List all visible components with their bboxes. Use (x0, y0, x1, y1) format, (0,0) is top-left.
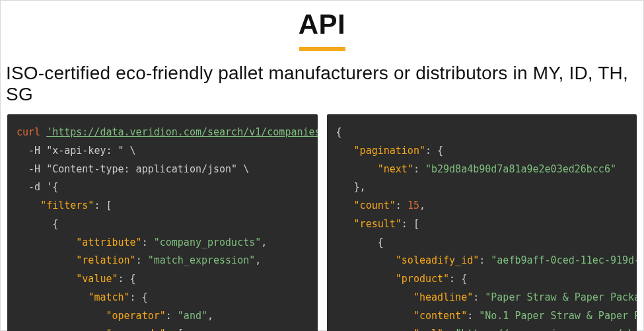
attribute-val: "company_products" (154, 237, 262, 248)
page-subtitle: ISO-certified eco-friendly pallet manufa… (1, 63, 643, 114)
page-title: API (1, 9, 643, 40)
headline-key: "headline" (413, 291, 473, 303)
count-val: 15 (408, 200, 419, 211)
attribute-key: "attribute" (76, 237, 141, 248)
soleadify-key: "soleadify_id" (396, 254, 479, 266)
code-panes: curl 'https://data.veridion.com/search/v… (1, 114, 643, 331)
request-url: 'https://data.veridion.com/search/v1/com… (46, 126, 317, 138)
operator-val: "and" (178, 310, 207, 322)
count-key: "count" (354, 200, 396, 211)
value-key: "value" (76, 273, 118, 285)
header-line-1: -H "x-api-key: " \ (28, 145, 136, 157)
title-underline (299, 47, 345, 51)
next-key: "next" (378, 163, 413, 175)
headline-val: "Paper Straw & Paper Packa (485, 291, 637, 303)
request-code-block: curl 'https://data.veridion.com/search/v… (7, 114, 318, 331)
next-val: "b29d8a4b90d7a81a9e2e03ed26bcc6" (425, 163, 616, 175)
url-val: "https://www.canjaya.com.my/abo (455, 328, 637, 331)
curl-keyword: curl (17, 126, 40, 138)
header-line-2: -H "Content-type: application/json" \ (28, 163, 249, 175)
relation-key: "relation" (76, 254, 135, 266)
header: API (1, 9, 643, 51)
result-key: "result" (354, 218, 402, 230)
match-key: "match" (88, 291, 129, 303)
product-key: "product" (396, 273, 449, 285)
pagination-key: "pagination" (354, 145, 425, 157)
filters-key: "filters" (40, 200, 94, 211)
relation-val: "match_expression" (148, 254, 256, 266)
content-key: "content" (413, 310, 467, 322)
operands-key: "operands" (106, 328, 165, 331)
soleadify-val: "aefb9aff-0ced-11ec-919d-8 (491, 254, 637, 266)
url-key: "url" (413, 328, 443, 331)
response-code-block: { "pagination": { "next": "b29d8a4b90d7a… (327, 114, 637, 331)
operator-key: "operator" (106, 310, 165, 322)
page-frame: API ISO-certified eco-friendly pallet ma… (0, 0, 644, 331)
body-open: -d '{ (28, 181, 58, 193)
content-val: "No.1 Paper Straw & Paper P (479, 310, 637, 322)
